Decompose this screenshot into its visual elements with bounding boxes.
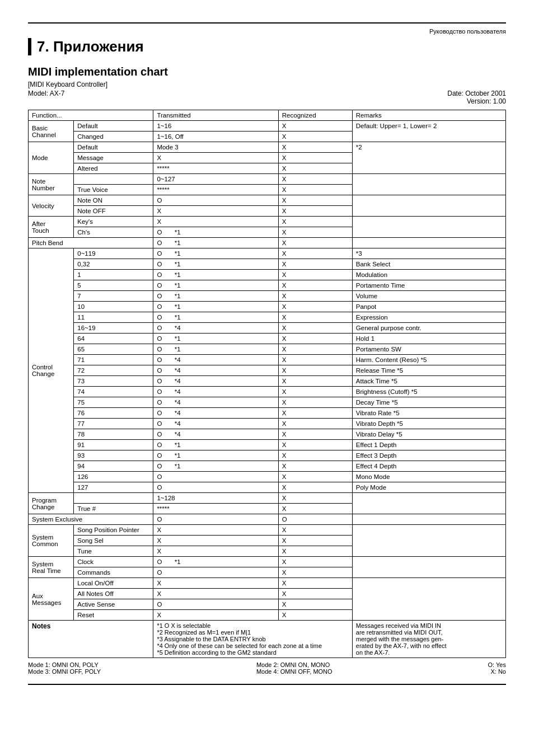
col-recognized-header: Recognized <box>278 110 352 121</box>
notes-row: Notes *1 O X is selectable *2 Recognized… <box>29 621 506 658</box>
o-label: O: Yes <box>488 661 506 668</box>
col-transmitted-header: Transmitted <box>153 110 278 121</box>
section-title: MIDI implementation chart <box>28 65 506 78</box>
col-remarks-header: Remarks <box>352 110 505 121</box>
table-row: AuxMessages Local On/Off X X <box>29 578 506 589</box>
footer-modes: Mode 1: OMNI ON, POLY Mode 3: OMNI OFF, … <box>28 661 506 675</box>
table-row: Pitch Bend O *1 X <box>29 238 506 248</box>
table-row: 78O *4XVibrato Delay *5 <box>29 429 506 440</box>
date-version: Date: October 2001 Version: 1.00 <box>447 90 506 105</box>
mode1-label: Mode 1: OMNI ON, POLY <box>28 661 101 668</box>
table-row: 91O *1XEffect 1 Depth <box>29 440 506 450</box>
table-row: 64O *1XHold 1 <box>29 334 506 344</box>
table-row: 76O *4XVibrato Rate *5 <box>29 408 506 419</box>
table-row: 11O *1XExpression <box>29 312 506 323</box>
subtitle-bracket: [MIDI Keyboard Controller] <box>28 81 506 88</box>
table-row: 1O *1XModulation <box>29 270 506 280</box>
col-function-header: Function... <box>29 110 153 121</box>
table-row: 126OXMono Mode <box>29 472 506 482</box>
table-row: 75O *4XDecay Time *5 <box>29 397 506 408</box>
table-row: 94O *1XEffect 4 Depth <box>29 461 506 472</box>
table-row: 65O *1XPortamento SW <box>29 344 506 355</box>
table-row: 73O *4XAttack Time *5 <box>29 376 506 387</box>
table-row: SystemReal Time Clock O *1 X <box>29 557 506 567</box>
table-row: 71O *4XHarm. Content (Reso) *5 <box>29 355 506 365</box>
midi-implementation-table: Function... Transmitted Recognized Remar… <box>28 110 506 658</box>
table-row: ControlChange 0~119 O *1 X *3 <box>29 248 506 259</box>
table-row: SystemCommon Song Position Pointer X X <box>29 525 506 536</box>
table-row: Velocity Note ON O X <box>29 195 506 206</box>
table-row: BasicChannel Default 1~16 X Default: Upp… <box>29 121 506 132</box>
mode2-label: Mode 2: OMNI ON, MONO <box>256 661 332 668</box>
table-row: System Exclusive O O <box>29 514 506 525</box>
table-row: 7O *1XVolume <box>29 291 506 302</box>
table-row: 5O *1XPortamento Time <box>29 280 506 291</box>
x-label: X: No <box>488 668 506 675</box>
table-row: 10O *1XPanpot <box>29 302 506 312</box>
table-row: NoteNumber 0~127 X <box>29 174 506 185</box>
chapter-heading: 7. Приложения <box>28 38 506 55</box>
table-row: 93O *1XEffect 3 Depth <box>29 450 506 461</box>
table-row: AfterTouch Key's X X <box>29 217 506 227</box>
table-row: ProgramChange 1~128 X <box>29 493 506 504</box>
table-row: 77O *4XVibrato Depth *5 <box>29 419 506 429</box>
mode4-label: Mode 4: OMNI OFF, MONO <box>256 668 332 675</box>
table-row: 72O *4XRelease Time *5 <box>29 365 506 376</box>
mode3-label: Mode 3: OMNI OFF, POLY <box>28 668 101 675</box>
manual-label: Руководство пользователя <box>28 28 506 35</box>
table-row: Mode Default Mode 3 X *2 <box>29 142 506 153</box>
table-row: 127OXPoly Mode <box>29 482 506 493</box>
table-row: 74O *4XBrightness (Cutoff) *5 <box>29 387 506 397</box>
model-label: Model: AX-7 <box>28 90 64 105</box>
table-row: 0,32O *1XBank Select <box>29 259 506 270</box>
table-row: 16~19O *4XGeneral purpose contr. <box>29 323 506 334</box>
